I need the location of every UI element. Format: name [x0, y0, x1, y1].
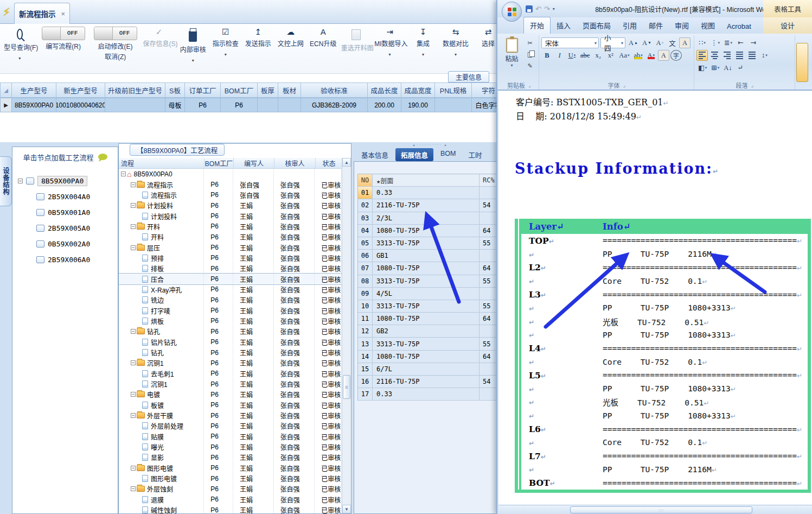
enclose-char-button[interactable]: 字 — [670, 50, 682, 61]
tab-bom[interactable]: BOM — [435, 148, 461, 161]
show-marks-icon[interactable]: ↵ — [735, 62, 746, 73]
tab-basic-info[interactable]: 基本信息 — [356, 148, 394, 161]
section-table-row[interactable]: 156/7L — [358, 363, 504, 376]
grid-header-cell[interactable]: 成品长度 — [368, 83, 401, 98]
dropdown-arrow-icon[interactable]: ▾ — [718, 66, 720, 70]
grid-header-cell[interactable]: 新生产型号 — [56, 83, 105, 98]
expand-icon[interactable]: − — [131, 486, 136, 491]
grid-data-cell[interactable]: 母板 — [165, 98, 185, 112]
flow-row-step[interactable]: 沉铜1P6王娟张自强已审核 — [119, 379, 342, 389]
section-table-row[interactable]: 141080-TU-75P64 — [358, 351, 504, 363]
dialog-launcher-icon[interactable]: ⌟ — [528, 83, 530, 88]
flow-row-step[interactable]: 贴膜P6王娟张自强已审核 — [119, 431, 342, 442]
flow-header-cell[interactable]: 编写人 — [234, 158, 274, 168]
tab-acrobat[interactable]: Acrobat — [721, 20, 757, 34]
tab-view[interactable]: 视图 — [695, 17, 721, 34]
start-modify-toggle[interactable]: OFF启动修改(E)取消(Z) — [89, 27, 142, 61]
dropdown-arrow-icon[interactable]: ▾ — [765, 53, 768, 58]
grid-header-cell[interactable]: 验收标准 — [301, 83, 368, 98]
flow-row-step[interactable]: 烘板P6王娟张自强已审核 — [119, 316, 342, 326]
paste-button[interactable]: 粘贴 ▾ — [501, 36, 522, 81]
section-table-row[interactable]: 103313-TU-75P55 — [358, 300, 504, 313]
model-query-button[interactable]: 型号查询(F)▾ — [2, 27, 37, 61]
integrate-button[interactable]: ↧集成▾ — [407, 27, 439, 57]
grid-data-cell[interactable]: 200.00 — [368, 98, 401, 112]
clear-formatting-icon[interactable]: A× — [654, 37, 666, 48]
grid-header-cell[interactable]: 成品宽度 — [401, 83, 435, 98]
underline-button[interactable]: U▾ — [566, 50, 578, 61]
dropdown-arrow-icon[interactable]: ▾ — [574, 53, 576, 58]
dropdown-arrow-icon[interactable]: ▾ — [705, 66, 707, 70]
send-instruction-button[interactable]: ↥发送指示 — [242, 27, 274, 48]
qat-dropdown-icon[interactable]: ▾ — [553, 7, 555, 11]
cut-icon[interactable]: ✂ — [525, 38, 535, 48]
instruction-check-button[interactable]: ☑指示检查▾ — [209, 27, 242, 57]
bullets-icon[interactable]: ∷▾ — [696, 37, 708, 48]
tab-review[interactable]: 审阅 — [669, 17, 695, 34]
align-right-button[interactable] — [721, 50, 733, 61]
flow-scrollbar[interactable]: ▲ ▼ — [342, 158, 351, 513]
section-table-row[interactable]: 12GB2 — [358, 325, 504, 338]
tab-references[interactable]: 引用 — [617, 17, 643, 34]
section-table-row[interactable]: 053313-TU-75P55 — [358, 237, 504, 250]
expand-icon[interactable]: − — [131, 182, 136, 187]
flow-row-step[interactable]: 图形电镀P6王娟张自强已审核 — [119, 473, 342, 484]
data-compare-button[interactable]: ⇆数据对比▾ — [439, 27, 472, 57]
flow-row-step[interactable]: 铣边P6王娟张自强已审核 — [119, 295, 342, 305]
section-table-row[interactable]: 162116-TU-75P54 — [358, 376, 504, 388]
flow-header-cell[interactable]: 状态 — [316, 158, 343, 168]
doc-control-upload-button[interactable]: ☁文控上网 — [274, 27, 307, 48]
redo-icon[interactable]: ↷ — [544, 5, 550, 13]
flow-header-cell[interactable]: 流程 — [119, 158, 204, 168]
grid-data-cell[interactable]: 8B59X00PA0 — [12, 98, 56, 112]
dropdown-arrow-icon[interactable]: ▾ — [731, 41, 733, 45]
dropdown-arrow-icon[interactable]: ▾ — [628, 53, 630, 58]
word-title-bar[interactable]: ↶ ↷ ▾ 8b59x00pa0-阻抗设计(New).rtf [兼容模式] - … — [497, 0, 812, 17]
grid-data-cell[interactable] — [105, 98, 165, 112]
flow-row-group[interactable]: −沉铜1P6王娟张自强已审核 — [119, 358, 342, 368]
flow-row-step[interactable]: 流程指示P6张自强张自强已审核 — [119, 190, 342, 200]
numbering-icon[interactable]: ⋮▾ — [709, 37, 721, 48]
styles-gallery[interactable] — [796, 35, 810, 90]
borders-icon[interactable]: ⊞▾ — [709, 62, 721, 73]
dropdown-arrow-icon[interactable]: ▾ — [718, 41, 720, 45]
flow-row-group[interactable]: −外层蚀刻P6王娟张自强已审核 — [119, 484, 342, 494]
grid-data-row[interactable]: ▶8B59X00PA010010800040620母板P6P6GJB362B-2… — [0, 98, 506, 112]
expand-icon[interactable]: − — [121, 172, 126, 176]
grid-data-cell[interactable]: GJB362B-2009 — [301, 98, 368, 112]
subscript-button[interactable]: x₂ — [592, 50, 604, 61]
highlight-button[interactable]: ab▾ — [632, 50, 644, 61]
flow-row-step[interactable]: 开料P6王娟张自强已审核 — [119, 232, 342, 242]
scroll-up-icon[interactable]: ▲ — [342, 158, 351, 167]
tab-page-layout[interactable]: 页面布局 — [577, 17, 617, 34]
grid-data-cell[interactable] — [258, 98, 278, 112]
italic-button[interactable]: I — [554, 50, 565, 61]
word-horizontal-scrollbar[interactable]: ::: — [498, 505, 812, 514]
tab-mailings[interactable]: 邮件 — [643, 17, 669, 34]
section-table-row[interactable]: 083313-TU-75P55 — [358, 275, 504, 288]
tree-item-8b59x00pa0[interactable]: −8B59X00PA0 — [18, 173, 118, 189]
row-selector-icon[interactable]: ▶ — [0, 98, 12, 112]
grid-header-cell[interactable]: 升级前旧生产型号 — [105, 83, 165, 98]
grid-header-cell[interactable]: 板厚 — [258, 83, 278, 98]
flow-header-cell[interactable]: BOM工厂 — [204, 158, 234, 168]
write-flow-toggle[interactable]: OFF编写流程(R) — [37, 27, 89, 50]
flow-row-group[interactable]: −流程指示P6张自强张自强已审核 — [119, 179, 342, 189]
sort-icon[interactable]: A↓ — [722, 62, 733, 73]
tab-new-flow-instruction[interactable]: 新流程指示 × — [14, 3, 70, 24]
tab-main-info[interactable]: 主要信息 — [448, 71, 489, 83]
grid-header-cell[interactable]: PNL规格 — [435, 83, 472, 98]
tab-extended-info[interactable]: 拓展信息 — [395, 148, 433, 161]
flow-row-step[interactable]: 钻孔P6王娟张自强已审核 — [119, 347, 342, 358]
flow-row-step[interactable]: 板镀P6王娟张自强已审核 — [119, 400, 342, 410]
dropdown-arrow-icon[interactable]: ▾ — [704, 41, 706, 45]
grid-data-cell[interactable] — [435, 98, 472, 112]
tab-work-hours[interactable]: 工时 — [463, 148, 488, 161]
flow-row-step[interactable]: 退膜P6王娟张自强已审核 — [119, 494, 342, 505]
dropdown-arrow-icon[interactable]: ▾ — [441, 52, 470, 57]
flow-row-step[interactable]: 曝光P6王娟张自强已审核 — [119, 442, 342, 452]
flow-row-step[interactable]: 排板P6王娟张自强已审核 — [119, 263, 342, 274]
tab-insert[interactable]: 插入 — [551, 17, 577, 34]
char-border-icon[interactable]: A — [679, 37, 690, 48]
flow-row-step[interactable]: 外层前处理P6王娟张自强已审核 — [119, 421, 342, 431]
